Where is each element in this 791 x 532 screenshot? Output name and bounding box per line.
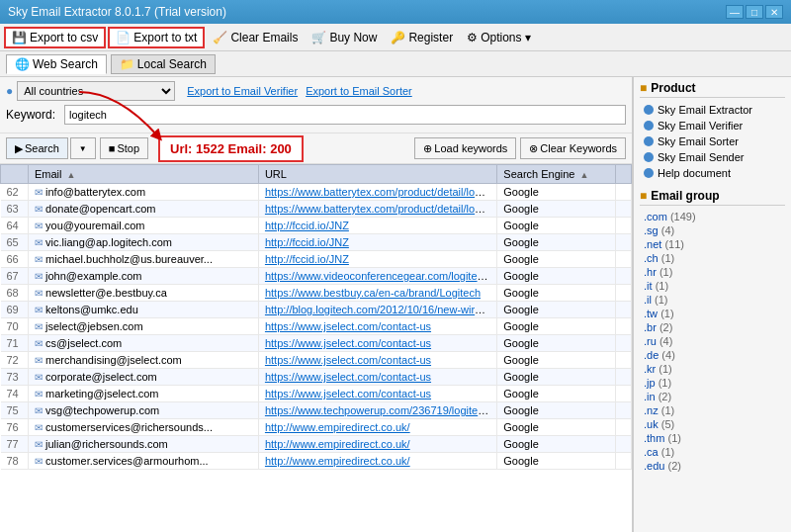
email-group-item[interactable]: .jp (1) (640, 376, 785, 390)
email-group-item[interactable]: .net (11) (640, 237, 785, 251)
email-group-item[interactable]: .br (2) (640, 320, 785, 334)
url-link[interactable]: http://www.empiredirect.co.uk/ (265, 438, 410, 450)
col-email[interactable]: Email ▲ (29, 165, 259, 184)
url-cell[interactable]: http://www.empiredirect.co.uk/ (258, 453, 496, 470)
search-button[interactable]: ▶ Search (6, 137, 68, 159)
search-dropdown-button[interactable]: ▼ (70, 137, 96, 159)
url-cell[interactable]: http://fccid.io/JNZ (258, 218, 496, 234)
table-row[interactable]: 73 ✉ corporate@jselect.com https://www.j… (1, 369, 632, 386)
url-link[interactable]: https://www.batterytex.com/product/detai… (265, 203, 497, 215)
col-search-engine[interactable]: Search Engine ▲ (497, 165, 616, 184)
url-cell[interactable]: http://fccid.io/JNZ (258, 251, 496, 268)
email-group-item[interactable]: .ca (1) (640, 445, 785, 459)
email-group-item[interactable]: .com (149) (640, 210, 785, 223)
url-link[interactable]: https://www.jselect.com/contact-us (265, 371, 431, 383)
table-row[interactable]: 67 ✉ john@example.com https://www.videoc… (1, 268, 632, 285)
product-item[interactable]: Help document (640, 165, 785, 181)
email-group-item[interactable]: .tw (1) (640, 307, 785, 320)
url-cell[interactable]: https://www.jselect.com/contact-us (258, 335, 496, 352)
export-email-sorter-link[interactable]: Export to Email Sorter (306, 85, 412, 97)
url-link[interactable]: https://www.bestbuy.ca/en-ca/brand/Logit… (265, 287, 481, 299)
table-row[interactable]: 75 ✉ vsg@techpowerup.com https://www.tec… (1, 402, 632, 419)
register-button[interactable]: 🔑 Register (385, 29, 459, 46)
keyword-input[interactable] (64, 105, 626, 125)
url-cell[interactable]: http://blog.logitech.com/2012/10/16/new-… (258, 302, 496, 318)
url-cell[interactable]: https://www.jselect.com/contact-us (258, 352, 496, 369)
url-cell[interactable]: http://www.empiredirect.co.uk/ (258, 436, 496, 453)
url-link[interactable]: https://www.jselect.com/contact-us (265, 337, 431, 349)
url-link[interactable]: https://www.videoconferencegear.com/logi… (265, 270, 497, 282)
url-link[interactable]: https://www.jselect.com/contact-us (265, 354, 431, 366)
email-group-item[interactable]: .it (1) (640, 279, 785, 293)
url-link[interactable]: https://www.techpowerup.com/236719/logit… (265, 404, 497, 416)
minimize-button[interactable]: — (726, 5, 744, 19)
table-row[interactable]: 70 ✉ jselect@jebsen.com https://www.jsel… (1, 318, 632, 335)
email-group-item[interactable]: .il (1) (640, 293, 785, 307)
email-group-item[interactable]: .uk (5) (640, 417, 785, 431)
table-row[interactable]: 65 ✉ vic.liang@ap.logitech.com http://fc… (1, 234, 632, 251)
export-csv-button[interactable]: 💾 Export to csv (4, 27, 106, 48)
table-row[interactable]: 78 ✉ customer.services@armourhom... http… (1, 453, 632, 470)
options-button[interactable]: ⚙ Options ▾ (461, 29, 537, 46)
email-group-item[interactable]: .kr (1) (640, 362, 785, 376)
email-count: (1) (661, 252, 674, 264)
email-group-item[interactable]: .ch (1) (640, 251, 785, 265)
url-link[interactable]: http://fccid.io/JNZ (265, 236, 349, 248)
table-row[interactable]: 77 ✉ julian@richersounds.com http://www.… (1, 436, 632, 453)
email-group-item[interactable]: .edu (2) (640, 459, 785, 473)
url-link[interactable]: http://blog.logitech.com/2012/10/16/new-… (265, 304, 497, 315)
table-row[interactable]: 74 ✉ marketing@jselect.com https://www.j… (1, 386, 632, 402)
url-cell[interactable]: http://www.empiredirect.co.uk/ (258, 419, 496, 436)
table-row[interactable]: 62 ✉ info@batterytex.com https://www.bat… (1, 184, 632, 201)
url-link[interactable]: http://fccid.io/JNZ (265, 220, 349, 231)
product-item[interactable]: Sky Email Verifier (640, 118, 785, 133)
url-link[interactable]: http://www.empiredirect.co.uk/ (265, 455, 410, 467)
close-button[interactable]: ✕ (765, 5, 783, 19)
url-cell[interactable]: https://www.batterytex.com/product/detai… (258, 201, 496, 218)
table-row[interactable]: 69 ✉ keltons@umkc.edu http://blog.logite… (1, 302, 632, 318)
maximize-button[interactable]: □ (746, 5, 763, 19)
url-link[interactable]: http://fccid.io/JNZ (265, 253, 349, 265)
product-item[interactable]: Sky Email Sender (640, 149, 785, 165)
email-group-item[interactable]: .sg (4) (640, 223, 785, 237)
url-cell[interactable]: https://www.jselect.com/contact-us (258, 386, 496, 402)
email-group-item[interactable]: .in (2) (640, 390, 785, 403)
product-item[interactable]: Sky Email Extractor (640, 102, 785, 118)
url-cell[interactable]: http://fccid.io/JNZ (258, 234, 496, 251)
url-link[interactable]: https://www.jselect.com/contact-us (265, 320, 431, 332)
tab-web-search[interactable]: 🌐 Web Search (6, 54, 107, 74)
table-row[interactable]: 76 ✉ customerservices@richersounds... ht… (1, 419, 632, 436)
url-cell[interactable]: https://www.jselect.com/contact-us (258, 369, 496, 386)
email-group-item[interactable]: .thm (1) (640, 431, 785, 445)
url-cell[interactable]: https://www.bestbuy.ca/en-ca/brand/Logit… (258, 285, 496, 302)
url-cell[interactable]: https://www.techpowerup.com/236719/logit… (258, 402, 496, 419)
url-link[interactable]: http://www.empiredirect.co.uk/ (265, 421, 410, 433)
email-group-item[interactable]: .ru (4) (640, 334, 785, 348)
product-item[interactable]: Sky Email Sorter (640, 133, 785, 149)
stop-button[interactable]: ■ Stop (100, 137, 148, 159)
email-group-item[interactable]: .nz (1) (640, 403, 785, 417)
url-cell[interactable]: https://www.jselect.com/contact-us (258, 318, 496, 335)
table-row[interactable]: 64 ✉ you@youremail.com http://fccid.io/J… (1, 218, 632, 234)
clear-keywords-button[interactable]: ⊗ Clear Keywords (520, 137, 626, 159)
buy-now-button[interactable]: 🛒 Buy Now (306, 29, 383, 46)
url-cell[interactable]: https://www.batterytex.com/product/detai… (258, 184, 496, 201)
table-row[interactable]: 71 ✉ cs@jselect.com https://www.jselect.… (1, 335, 632, 352)
table-row[interactable]: 66 ✉ michael.buchholz@us.bureauver... ht… (1, 251, 632, 268)
email-group-item[interactable]: .de (4) (640, 348, 785, 362)
email-cell: ✉ keltons@umkc.edu (29, 302, 259, 318)
table-row[interactable]: 63 ✉ donate@opencart.com https://www.bat… (1, 201, 632, 218)
export-txt-button[interactable]: 📄 Export to txt (108, 27, 205, 48)
table-row[interactable]: 72 ✉ merchandising@jselect.com https://w… (1, 352, 632, 369)
country-select[interactable]: All countries (17, 81, 175, 101)
url-link[interactable]: https://www.batterytex.com/product/detai… (265, 186, 497, 198)
tab-local-search[interactable]: 📁 Local Search (111, 54, 216, 74)
clear-emails-button[interactable]: 🧹 Clear Emails (207, 29, 304, 46)
url-link[interactable]: https://www.jselect.com/contact-us (265, 388, 431, 399)
load-keywords-button[interactable]: ⊕ Load keywords (414, 137, 516, 159)
export-email-verifier-link[interactable]: Export to Email Verifier (187, 85, 298, 97)
table-row[interactable]: 68 ✉ newsletter@e.bestbuy.ca https://www… (1, 285, 632, 302)
email-group-item[interactable]: .hr (1) (640, 265, 785, 279)
col-url[interactable]: URL (258, 165, 496, 184)
url-cell[interactable]: https://www.videoconferencegear.com/logi… (258, 268, 496, 285)
